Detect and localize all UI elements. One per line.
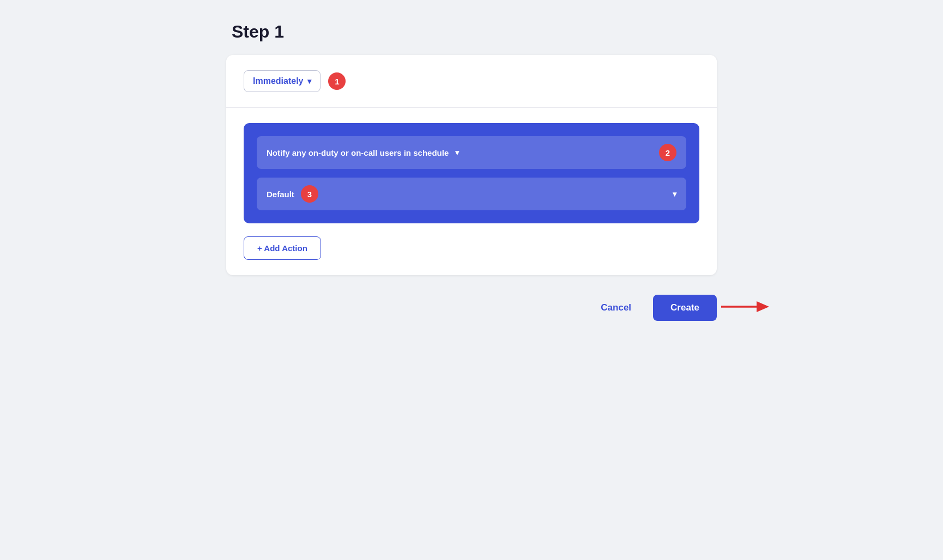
- page-title: Step 1: [226, 22, 717, 42]
- create-button[interactable]: Create: [653, 295, 717, 321]
- notify-dropdown-left: Notify any on-duty or on-call users in s…: [267, 148, 459, 157]
- actions-section: Notify any on-duty or on-call users in s…: [226, 108, 717, 275]
- cancel-button[interactable]: Cancel: [592, 297, 640, 319]
- default-dropdown-left: Default 3: [267, 185, 318, 203]
- notify-dropdown-label: Notify any on-duty or on-call users in s…: [267, 148, 449, 157]
- footer: Cancel Create: [226, 295, 717, 321]
- timing-dropdown-label: Immediately: [253, 76, 303, 86]
- default-dropdown-label: Default: [267, 190, 294, 199]
- main-card: Immediately ▾ 1 Notify any on-duty or on…: [226, 55, 717, 275]
- notify-dropdown[interactable]: Notify any on-duty or on-call users in s…: [257, 136, 686, 169]
- timing-step-badge: 1: [328, 72, 346, 90]
- default-dropdown[interactable]: Default 3 ▾: [257, 178, 686, 210]
- arrow-indicator: [721, 299, 770, 316]
- action-block: Notify any on-duty or on-call users in s…: [244, 123, 699, 223]
- notify-step-badge: 2: [659, 144, 676, 161]
- timing-chevron-icon: ▾: [307, 77, 311, 86]
- default-chevron-icon: ▾: [673, 190, 676, 198]
- arrow-svg: [721, 299, 770, 314]
- notify-chevron-icon: ▾: [455, 148, 459, 157]
- add-action-button[interactable]: + Add Action: [244, 236, 321, 260]
- default-step-badge: 3: [301, 185, 318, 203]
- page-container: Step 1 Immediately ▾ 1 Notify any on-dut…: [226, 22, 717, 321]
- timing-section: Immediately ▾ 1: [226, 55, 717, 108]
- timing-dropdown[interactable]: Immediately ▾: [244, 70, 321, 92]
- svg-marker-1: [757, 301, 769, 312]
